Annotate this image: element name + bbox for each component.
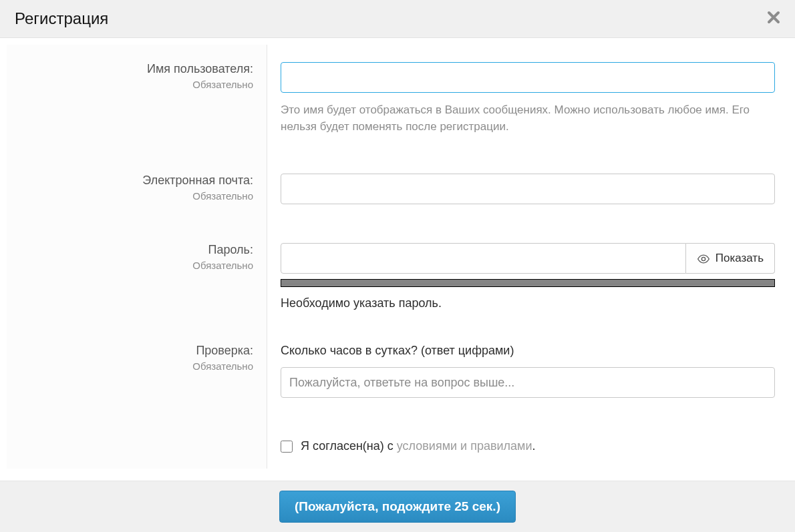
username-input[interactable] xyxy=(281,62,775,93)
svg-point-0 xyxy=(701,258,705,261)
terms-suffix: . xyxy=(532,439,536,453)
password-toggle-label: Показать xyxy=(716,252,764,265)
dialog-header: Регистрация xyxy=(0,0,795,38)
captcha-required: Обязательно xyxy=(7,360,253,372)
eye-icon xyxy=(697,254,710,263)
registration-dialog: Регистрация Имя пользователя: Обязательн… xyxy=(0,0,795,532)
email-label: Электронная почта: xyxy=(7,174,253,188)
terms-link[interactable]: условиями и правилами xyxy=(397,439,532,453)
submit-button[interactable]: (Пожалуйста, подождите 25 сек.) xyxy=(279,491,516,523)
captcha-label: Проверка: xyxy=(7,344,253,358)
password-required: Обязательно xyxy=(7,260,253,271)
email-required: Обязательно xyxy=(7,190,253,202)
username-required: Обязательно xyxy=(7,79,253,90)
captcha-input[interactable] xyxy=(281,367,775,398)
terms-row[interactable]: Я согласен(на) с условиями и правилами. xyxy=(281,439,775,453)
dialog-title: Регистрация xyxy=(15,9,108,28)
username-label: Имя пользователя: xyxy=(7,62,253,76)
password-label: Пароль: xyxy=(7,243,253,257)
password-message: Необходимо указать пароль. xyxy=(281,296,775,310)
close-icon[interactable] xyxy=(767,11,780,27)
password-strength-bar xyxy=(281,279,775,287)
terms-checkbox[interactable] xyxy=(281,441,293,453)
password-input[interactable] xyxy=(281,243,686,274)
dialog-footer: (Пожалуйста, подождите 25 сек.) xyxy=(0,481,795,532)
captcha-question: Сколько часов в сутках? (ответ цифрами) xyxy=(281,344,775,358)
terms-prefix: Я согласен(на) с xyxy=(301,439,397,453)
dialog-body: Имя пользователя: Обязательно Это имя бу… xyxy=(0,38,795,481)
username-hint: Это имя будет отображаться в Ваших сообщ… xyxy=(281,102,775,135)
password-toggle-button[interactable]: Показать xyxy=(686,243,775,274)
email-input[interactable] xyxy=(281,174,775,204)
